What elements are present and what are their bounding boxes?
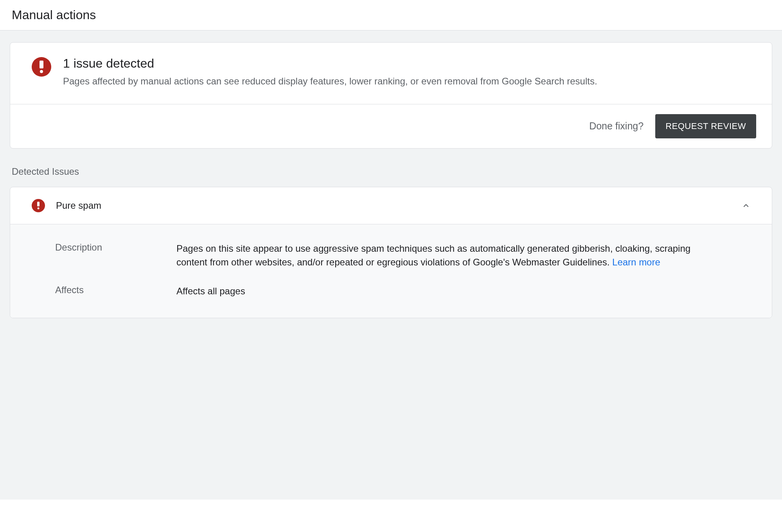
svg-point-3	[38, 207, 40, 209]
issue-card: Pure spam Description Pages on this site…	[10, 187, 772, 318]
issue-title: Pure spam	[56, 200, 729, 211]
svg-point-1	[40, 70, 43, 73]
summary-title: 1 issue detected	[63, 56, 597, 71]
summary-description: Pages affected by manual actions can see…	[63, 75, 597, 88]
summary-text: 1 issue detected Pages affected by manua…	[63, 56, 597, 88]
chevron-up-icon	[740, 199, 752, 212]
page-content: 1 issue detected Pages affected by manua…	[0, 30, 782, 500]
issue-description-row: Description Pages on this site appear to…	[55, 242, 752, 269]
alert-icon	[32, 57, 51, 77]
issue-affects-label: Affects	[55, 285, 153, 298]
issue-affects-row: Affects Affects all pages	[55, 285, 752, 298]
issue-description-value: Pages on this site appear to use aggress…	[176, 242, 708, 269]
alert-icon	[32, 199, 45, 212]
summary-card: 1 issue detected Pages affected by manua…	[10, 42, 772, 149]
page-header: Manual actions	[0, 0, 782, 30]
issue-body: Description Pages on this site appear to…	[10, 224, 772, 318]
issue-header[interactable]: Pure spam	[10, 187, 772, 224]
learn-more-link[interactable]: Learn more	[612, 257, 660, 267]
request-review-button[interactable]: REQUEST REVIEW	[655, 114, 756, 138]
issue-description-label: Description	[55, 242, 153, 269]
action-prompt: Done fixing?	[589, 120, 644, 132]
page-title: Manual actions	[12, 8, 770, 22]
issue-affects-value: Affects all pages	[176, 285, 245, 298]
action-bar: Done fixing? REQUEST REVIEW	[10, 104, 772, 148]
detected-issues-label: Detected Issues	[12, 166, 772, 177]
summary-card-top: 1 issue detected Pages affected by manua…	[10, 43, 772, 104]
svg-rect-2	[37, 202, 40, 206]
svg-rect-0	[40, 61, 43, 68]
